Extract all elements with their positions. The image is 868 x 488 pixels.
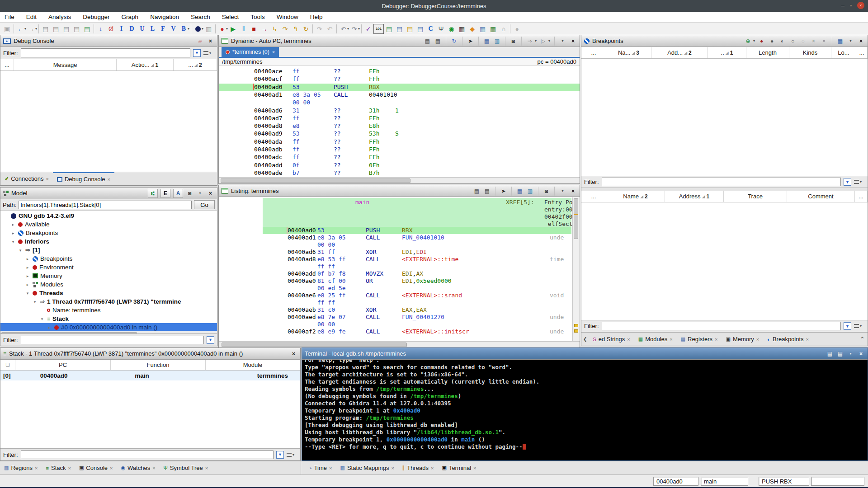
- advance-button[interactable]: →: [259, 24, 269, 34]
- stack-column-icon[interactable]: ❏: [0, 360, 15, 370]
- tab-time[interactable]: ◔Time×: [305, 461, 336, 474]
- column-header-name[interactable]: Name◢2: [606, 191, 665, 202]
- stack-column-PC[interactable]: PC: [15, 360, 111, 370]
- stamp-button[interactable]: ⌂: [498, 24, 509, 34]
- filter-settings-icon[interactable]: ▾: [854, 178, 865, 186]
- tab-close-icon[interactable]: ×: [110, 465, 113, 471]
- expander-icon[interactable]: ▾: [10, 239, 16, 244]
- column-header-[interactable]: ...◢2: [174, 59, 217, 70]
- tab-watches[interactable]: ◉Watches×: [117, 461, 159, 474]
- tree-node[interactable]: ▸Available: [0, 220, 217, 229]
- disasm-row[interactable]: 00400adcff??FFh: [219, 154, 580, 161]
- step-out-button[interactable]: ↰: [290, 24, 301, 34]
- step-into-button[interactable]: ↳: [269, 24, 280, 34]
- tab-modules[interactable]: ▦Modules×: [634, 333, 677, 346]
- table-2-button[interactable]: ▦: [488, 24, 498, 34]
- disasm-row[interactable]: 00400ad953??53hS: [219, 130, 580, 138]
- expander-icon[interactable]: ▸: [25, 282, 30, 287]
- cursor-tracking-icon[interactable]: ➤: [500, 188, 507, 195]
- enable-breakpoint-icon[interactable]: ●: [758, 38, 765, 45]
- data-d-button[interactable]: D: [127, 24, 137, 34]
- data-v-button[interactable]: V: [168, 24, 179, 34]
- expander-icon[interactable]: ▸: [47, 325, 52, 330]
- expander-icon[interactable]: ▾: [39, 317, 45, 321]
- data-l-button[interactable]: L: [147, 24, 158, 34]
- tab-scroll-left-icon[interactable]: ❮: [581, 337, 589, 342]
- menu-tools[interactable]: Tools: [250, 14, 265, 20]
- paste-icon[interactable]: ▤: [836, 350, 844, 357]
- kill-button[interactable]: ■: [249, 24, 259, 34]
- table-columns-icon[interactable]: ▦: [516, 188, 524, 195]
- toggle-breakpoint-icon[interactable]: ◐: [778, 38, 786, 45]
- tab-close-icon[interactable]: ×: [108, 177, 110, 182]
- disasm-row[interactable]: 00400ad053PUSHRBX: [219, 227, 580, 234]
- tab-close-icon[interactable]: ×: [627, 337, 630, 342]
- column-header-[interactable]: ...: [856, 47, 868, 58]
- tab-close-icon[interactable]: ×: [806, 337, 809, 342]
- close-icon[interactable]: ×: [857, 350, 865, 357]
- tab-connections[interactable]: ✓Connections×: [0, 172, 53, 185]
- menu-chevron-icon[interactable]: ▾: [847, 38, 854, 45]
- filter-settings-icon[interactable]: ▾: [287, 451, 297, 459]
- tree-node[interactable]: ▸#0 0x0000000000400ad0 in main (): [0, 323, 217, 331]
- filter-settings-icon[interactable]: ▾: [203, 49, 214, 57]
- column-header-add[interactable]: Add...◢2: [651, 47, 708, 58]
- menu-analysis[interactable]: Analysis: [48, 14, 71, 20]
- tab-registers[interactable]: ▦Registers×: [677, 333, 722, 346]
- column-header-length[interactable]: Length: [746, 47, 789, 58]
- tab-close-icon[interactable]: ×: [670, 337, 672, 342]
- menu-chevron-icon[interactable]: ▾: [559, 38, 566, 45]
- column-header-[interactable]: ..◢1: [708, 47, 746, 58]
- terminal-output[interactable]: For help, type "help".Type "apropos word…: [302, 360, 868, 460]
- tree-node[interactable]: GNU gdb 14.2-3.el9: [0, 211, 217, 220]
- tab-close-icon[interactable]: ×: [756, 337, 759, 342]
- disasm-row[interactable]: 00400aede8 7e 07CALLFUN_00401270unde: [219, 314, 580, 321]
- regex-filter-icon[interactable]: ▼: [844, 178, 851, 186]
- diff-icon[interactable]: ▥: [526, 188, 534, 195]
- menu-chevron-icon[interactable]: ▾: [847, 350, 854, 357]
- paste-icon[interactable]: ▤: [434, 38, 442, 45]
- dynamic-disassembly[interactable]: 00400aceff??FFh00400acfff??FFh00400ad053…: [219, 66, 580, 176]
- tree-view-button[interactable]: ⑆: [148, 189, 158, 198]
- data-u-button[interactable]: U: [137, 24, 147, 34]
- tab-console[interactable]: ▣Console×: [75, 461, 117, 474]
- tree-node[interactable]: ▾Threads: [0, 289, 217, 297]
- disasm-row[interactable]: 00400ad8e8 53 ffCALL<EXTERNAL>::timetime: [219, 256, 580, 263]
- model-path-input[interactable]: [19, 201, 192, 209]
- disasm-row[interactable]: 00400ad631??31h1: [219, 107, 580, 115]
- disasm-row[interactable]: 00400ae6e8 25 ffCALL<EXTERNAL>::srandvoi…: [219, 292, 580, 299]
- disasm-row[interactable]: 00400ae081 cf 00OREDI,0x5eed0000: [219, 277, 580, 285]
- diamond-button[interactable]: ◆: [467, 24, 477, 34]
- regex-filter-icon[interactable]: ▼: [844, 322, 851, 330]
- xref-entry[interactable]: Entry Po: [544, 199, 573, 206]
- tab-close-icon[interactable]: ×: [473, 465, 476, 471]
- disable-breakpoint-icon[interactable]: ○: [789, 38, 797, 45]
- disasm-cont-row[interactable]: ff ff: [219, 263, 580, 270]
- debug-console-header[interactable]: ▸ Debug Console ▰ ×: [0, 35, 217, 47]
- table-1-button[interactable]: ▦: [477, 24, 488, 34]
- menu-graph[interactable]: Graph: [122, 14, 139, 20]
- step-last-button[interactable]: ↻: [301, 24, 311, 34]
- disasm-row[interactable]: 00400aeb31 c0XOREAX,EAX: [219, 306, 580, 314]
- disasm-row[interactable]: 00400ad053PUSHRBX: [219, 84, 580, 91]
- menu-window[interactable]: Window: [277, 14, 298, 20]
- disasm-cont-row[interactable]: ff ff: [219, 299, 580, 306]
- column-header-message[interactable]: Message: [14, 59, 117, 70]
- xref-entry[interactable]: 00402f00: [544, 213, 573, 220]
- run-script-button[interactable]: ◉: [446, 24, 457, 34]
- tab-close-icon[interactable]: ×: [431, 465, 434, 471]
- elements-button[interactable]: E: [160, 189, 170, 198]
- disasm-row[interactable]: 00400add0f??0Fh: [219, 162, 580, 169]
- table-settings-icon[interactable]: ▦: [836, 38, 844, 45]
- close-button[interactable]: ×: [857, 2, 864, 9]
- close-icon[interactable]: ×: [207, 190, 214, 197]
- tab-close-icon[interactable]: ×: [68, 465, 71, 471]
- tab-close-icon[interactable]: ×: [715, 337, 717, 342]
- stack-frame-row[interactable]: [0]00400ad0maintermmines: [0, 371, 300, 380]
- tab-list-icon[interactable]: ⌃: [857, 336, 868, 343]
- cursor-tracking-icon[interactable]: ➤: [467, 38, 474, 45]
- expander-icon[interactable]: ▸: [25, 274, 30, 278]
- column-header-comment[interactable]: Comment: [787, 191, 855, 202]
- binary-button[interactable]: 101: [373, 24, 384, 34]
- disasm-cont-row[interactable]: 00 00: [219, 321, 580, 328]
